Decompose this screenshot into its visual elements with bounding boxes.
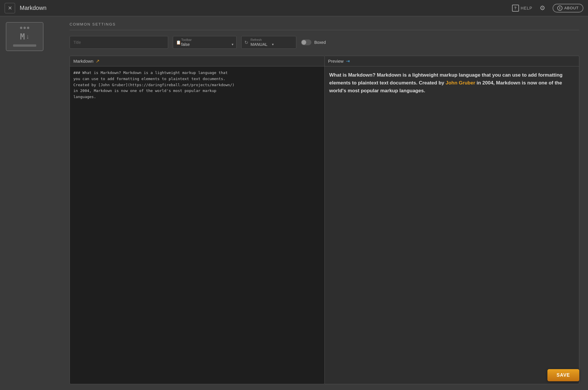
toolbar-arrow-icon: ▾ xyxy=(232,42,233,46)
refresh-value: MANUAL xyxy=(251,42,267,47)
settings-icon[interactable]: ⚙ xyxy=(538,4,547,12)
preview-panel-title: Preview xyxy=(328,59,344,64)
toolbar-label: Toolbar xyxy=(181,38,233,42)
editor-header: Markdown ↗ xyxy=(70,56,324,66)
icon-md-symbol: M ↓ xyxy=(20,32,29,41)
help-button[interactable]: ? HELP xyxy=(512,5,533,12)
plugin-icon: M ↓ xyxy=(6,22,43,51)
refresh-value-row: MANUAL ▾ xyxy=(251,42,274,47)
refresh-label: Refresh xyxy=(251,38,274,42)
refresh-select[interactable]: ↻ Refresh MANUAL ▾ xyxy=(241,36,296,49)
toolbar-value-row: false ▾ xyxy=(181,42,233,47)
toolbar-value: false xyxy=(181,42,190,47)
app-title: Markdown xyxy=(20,5,512,11)
preview-header: Preview ⇥ xyxy=(325,56,579,66)
settings-divider xyxy=(70,30,579,30)
title-input[interactable] xyxy=(70,36,168,49)
refresh-arrow-icon: ▾ xyxy=(272,42,274,46)
icon-dot-2 xyxy=(23,27,26,29)
about-label: ABOUT xyxy=(564,6,579,10)
save-button[interactable]: SAVE xyxy=(547,369,579,381)
md-arrow-icon: ↓ xyxy=(26,33,29,40)
preview-link-icon[interactable]: ⇥ xyxy=(346,58,350,64)
markdown-editor[interactable]: ### What is Markdown? Markdown is a ligh… xyxy=(70,66,324,384)
icon-dot-1 xyxy=(20,27,22,29)
boxed-toggle[interactable] xyxy=(301,39,311,45)
md-m-letter: M xyxy=(20,32,25,41)
editor-external-link-icon[interactable]: ↗ xyxy=(96,58,99,64)
settings-row: 📋 Toolbar false ▾ ↻ Refresh MANUAL xyxy=(70,36,579,49)
common-settings-label: COMMON SETTINGS xyxy=(70,22,579,26)
refresh-icon: ↻ xyxy=(244,40,248,45)
about-button[interactable]: i ABOUT xyxy=(553,4,583,12)
right-panel: COMMON SETTINGS 📋 Toolbar false ▾ xyxy=(61,16,588,390)
icon-dot-3 xyxy=(27,27,29,29)
toolbar-select[interactable]: 📋 Toolbar false ▾ xyxy=(173,36,237,49)
header-right-section: ? HELP ⚙ i ABOUT xyxy=(512,4,583,12)
close-icon: ✕ xyxy=(8,5,12,11)
boxed-label: Boxed xyxy=(314,40,326,45)
help-icon: ? xyxy=(512,5,519,12)
editor-panel-title: Markdown xyxy=(73,59,93,64)
preview-text: What is Markdown? Markdown is a lightwei… xyxy=(329,71,575,95)
close-button[interactable]: ✕ xyxy=(5,3,15,13)
icon-dots-row xyxy=(20,27,29,29)
sidebar: M ↓ xyxy=(0,16,61,390)
editor-preview-row: Markdown ↗ ### What is Markdown? Markdow… xyxy=(70,56,579,384)
icon-decorative-bar xyxy=(13,44,36,47)
preview-panel: Preview ⇥ What is Markdown? Markdown is … xyxy=(325,56,580,384)
boxed-field: Boxed xyxy=(301,39,326,45)
preview-link[interactable]: John Gruber xyxy=(446,80,475,86)
editor-panel: Markdown ↗ ### What is Markdown? Markdow… xyxy=(70,56,325,384)
about-icon: i xyxy=(557,6,562,11)
preview-content: What is Markdown? Markdown is a lightwei… xyxy=(325,66,579,384)
toggle-knob xyxy=(302,40,306,45)
help-label: HELP xyxy=(521,6,533,10)
header-bar: ✕ Markdown ? HELP ⚙ i ABOUT xyxy=(0,0,588,16)
calendar-icon: 📋 xyxy=(176,40,181,45)
main-content: M ↓ COMMON SETTINGS 📋 Toolbar false ▾ xyxy=(0,16,588,390)
